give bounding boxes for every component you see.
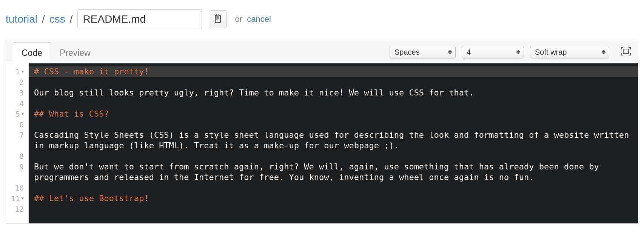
editor-card: Code Preview Spaces 4 Soft wrap	[6, 40, 638, 224]
fullscreen-button[interactable]	[621, 48, 631, 57]
gutter-line: 7	[6, 130, 25, 140]
code-line[interactable]: But we don't want to start from scratch …	[34, 162, 638, 183]
code-line[interactable]	[34, 77, 638, 88]
breadcrumb-separator: /	[40, 14, 46, 25]
tab-code[interactable]: Code	[13, 42, 51, 63]
svg-rect-2	[216, 19, 218, 20]
gutter-line: 12	[6, 204, 25, 214]
gutter-line: 10	[6, 183, 25, 193]
fold-toggle-icon[interactable]: ▼	[22, 70, 24, 74]
svg-rect-1	[216, 18, 219, 19]
gutter-line	[6, 172, 25, 183]
editor-gutter: 1▼2345▼67891011▼12	[6, 63, 29, 223]
indent-width-select[interactable]: 4	[462, 46, 524, 58]
or-label: or	[235, 15, 243, 23]
gutter-line: 11▼	[6, 193, 25, 204]
clipboard-button[interactable]	[209, 10, 227, 28]
svg-rect-0	[216, 17, 219, 18]
indent-mode-select[interactable]: Spaces	[390, 46, 456, 58]
filename-input[interactable]	[77, 9, 202, 29]
gutter-line: 4	[6, 98, 25, 109]
cancel-link[interactable]: cancel	[247, 15, 271, 23]
fold-toggle-icon[interactable]: ▼	[22, 112, 24, 116]
code-editor[interactable]: 1▼2345▼67891011▼12 # CSS - make it prett…	[6, 63, 638, 223]
tab-bar: Code Preview Spaces 4 Soft wrap	[6, 40, 638, 63]
indent-mode-value: Spaces	[394, 48, 420, 57]
code-line[interactable]: # CSS - make it pretty!	[29, 66, 638, 77]
code-line[interactable]	[34, 151, 638, 162]
indent-width-value: 4	[467, 48, 471, 57]
code-line[interactable]: Cascading Style Sheets (CSS) is a style …	[34, 130, 638, 151]
updown-icon	[516, 49, 521, 55]
svg-rect-3	[623, 49, 629, 54]
code-line[interactable]	[34, 119, 638, 130]
tab-preview[interactable]: Preview	[51, 42, 99, 63]
code-line[interactable]	[34, 204, 638, 214]
breadcrumb-root-link[interactable]: tutorial	[6, 14, 37, 25]
updown-icon	[601, 49, 606, 55]
code-line[interactable]	[34, 183, 638, 193]
breadcrumb-separator: /	[68, 14, 74, 25]
gutter-line: 8	[6, 151, 25, 162]
gutter-line: 1▼	[6, 66, 25, 77]
code-line[interactable]	[34, 98, 638, 109]
gutter-line: 5▼	[6, 109, 25, 119]
fullscreen-icon	[621, 47, 631, 57]
fold-toggle-icon[interactable]: ▼	[22, 197, 24, 200]
wrap-mode-select[interactable]: Soft wrap	[530, 46, 609, 58]
breadcrumb-sub-link[interactable]: css	[49, 14, 65, 25]
breadcrumb: tutorial / css / or cancel	[6, 9, 638, 29]
updown-icon	[448, 49, 452, 55]
code-line[interactable]: ## Let's use Bootstrap!	[34, 193, 638, 204]
clipboard-icon	[214, 14, 222, 25]
gutter-line: 6	[6, 119, 25, 130]
code-line[interactable]: Our blog still looks pretty ugly, right?…	[34, 88, 638, 98]
gutter-line: 9	[6, 162, 25, 172]
code-line[interactable]: ## What is CSS?	[34, 109, 638, 119]
gutter-line: 3	[6, 88, 25, 98]
wrap-mode-value: Soft wrap	[535, 48, 567, 57]
gutter-line	[6, 140, 25, 151]
gutter-line: 2	[6, 77, 25, 88]
editor-content[interactable]: # CSS - make it pretty! Our blog still l…	[29, 63, 638, 223]
